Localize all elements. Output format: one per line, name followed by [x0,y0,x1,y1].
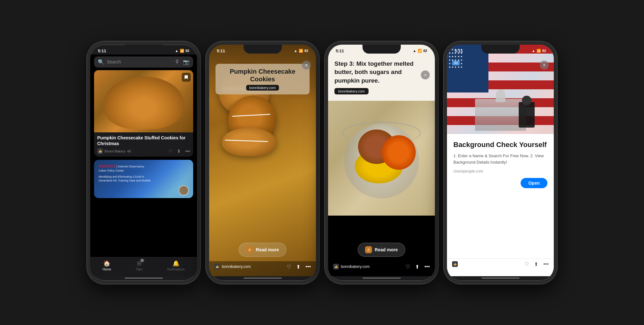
story-actions-right-2: ♡ ⬆ ••• [287,264,311,270]
status-icons-3: ▲ 📶 82 [413,49,427,53]
home-indicator-2 [244,277,282,279]
status-icons-2: ▲ 📶 82 [294,49,308,53]
phone3-main: Step 3: Mix together melted butter, both… [328,55,435,276]
story-action-bar-3: 🥧 bonnibakery.com ♡ ⬆ ••• [328,261,435,276]
wifi-icon-3: 📶 [418,49,422,53]
tab-notifications[interactable]: 🔔 Notifications [167,260,185,271]
mic-icon[interactable]: 🎙 [175,59,180,65]
stanford-face [179,185,189,196]
read-more-button-2[interactable]: 🥧 Read more [239,243,286,257]
signal-icon-1: ▲ [175,49,179,53]
story-source-avatar-2: 🥧 [214,264,220,270]
ad-open-button[interactable]: Open [521,178,547,188]
camera-icon[interactable]: 📷 [183,59,189,65]
status-bar-3: 5:11 ▲ 📶 82 [328,45,435,55]
story-actions-right-3: ♡ ⬆ ••• [406,264,430,270]
status-bar-2: 5:11 ▲ 📶 82 [209,45,316,55]
source-avatar-1: 🥧 [97,148,103,154]
story-action-bar-2: 🥧 bonnibakery.com ♡ ⬆ ••• [209,261,316,276]
battery-4: 82 [542,49,546,53]
feed-item-1-bottom: Pumpkin Cheesecake Stuffed Cookies for C… [94,132,193,157]
phone4-screen: Ad ★ ★ [447,45,554,276]
recipe-step-title: Step 3: Mix together melted butter, both… [334,60,428,85]
search-bar[interactable]: 🔍 Search 🎙 📷 [94,56,193,68]
feed-item-1[interactable]: Pumpkin Cheesecake Stuffed Cookies for C… [94,70,193,157]
time-2: 5:11 [217,48,225,53]
signal-icon-3: ▲ [413,49,416,53]
phone2-main: Pumpkin Cheesecake Cookies bonnibakery.c… [209,45,316,276]
more-icon-story-3[interactable]: ••• [424,264,430,270]
ad-source-info: 🥧 bonnibakery.com [452,261,489,267]
ad-actions-right: ♡ ⬆ ••• [524,261,549,267]
search-placeholder: Search [107,59,172,64]
status-icons-1: ▲ 📶 82 [175,49,189,53]
home-indicator-1 [125,277,163,279]
phone-4: 5:11 ▲ 📶 82 Ad [444,41,557,284]
more-icon-ad[interactable]: ••• [543,261,549,267]
ad-description: 1. Enter a Name & Search For Free Now. 2… [453,153,547,165]
stanford-text: Stanford | Internet ObservatoryCyber Pol… [99,164,151,183]
recipe-top: Step 3: Mix together melted butter, both… [328,55,435,101]
feed-item-2[interactable]: Stanford | Internet ObservatoryCyber Pol… [94,160,193,198]
phone-1: 5:11 ▲ 📶 82 🔍 Search 🎙 📷 [87,41,200,284]
step-label: Step 3 [334,60,353,67]
search-right-icons: 🎙 📷 [175,59,189,65]
story-close-btn-3[interactable]: × [421,70,430,79]
battery-1: 82 [186,49,189,53]
phone1-screen: 🔍 Search 🎙 📷 P [90,55,197,276]
tab-home[interactable]: 🏠 Home [103,260,111,271]
heart-icon-ad[interactable]: ♡ [524,261,529,267]
home-icon: 🏠 [103,260,110,267]
story-bottom-2: 🥧 Read more 🥧 bonnibakery.com ♡ ⬆ ••• [209,243,316,276]
status-bar-4: 5:11 ▲ 📶 82 [447,45,554,55]
pumpkin-visual [382,135,416,170]
share-icon-ad[interactable]: ⬆ [534,261,538,267]
wifi-icon-1: 📶 [180,49,184,53]
stanford-body: Identifying and Eliminating CSAM inGener… [99,175,151,183]
drizzle-4 [224,140,268,142]
search-icon: 🔍 [98,59,104,65]
story-source-2: 🥧 bonnibakery.com [214,264,251,270]
bookmark-icon[interactable] [182,73,191,82]
story-domain: bonnibakery.com [246,85,279,91]
share-icon-story-2[interactable]: ⬆ [296,264,300,270]
home-indicator-4 [481,277,520,279]
story-source-3: 🥧 bonnibakery.com [333,264,370,270]
tab-tabs-badge-container: ⊞ 2 [137,260,142,267]
share-icon-story-3[interactable]: ⬆ [415,264,419,270]
story-close-btn-2[interactable]: × [302,61,311,70]
status-icons-4: ▲ 📶 82 [532,49,546,53]
signal-icon-4: ▲ [532,49,535,53]
heart-icon-1[interactable]: ♡ [168,149,172,154]
ad-domain: checkpeople.com [453,169,547,174]
tab-tabs[interactable]: ⊞ 2 Tabs [136,260,143,271]
figure-dark [519,102,535,128]
close-icon-3: × [424,72,427,78]
recipe-bowl-image [328,101,435,216]
cookie-3 [222,128,276,156]
recipe-domain: bonnibakery.com [334,88,369,94]
phone-3: 5:11 ▲ 📶 82 Step 3: Mix together melted … [325,41,438,284]
feed-actions-1: ♡ ⬆ ••• [168,149,190,154]
ad-image: ★ ★ ★ ★ ★★ ★ ★ ★ ★★ ★ ★ ★ ★★ ★ ★ ★ ★★ ★ … [447,45,554,134]
stanford-image: Stanford | Internet ObservatoryCyber Pol… [94,160,193,198]
heart-icon-story-3[interactable]: ♡ [406,264,410,270]
ad-content: Background Check Yourself 1. Enter a Nam… [447,134,554,183]
read-more-button-3[interactable]: 🥧 Read more [358,243,405,257]
ad-close-btn[interactable]: × [540,61,549,70]
wifi-icon-2: 📶 [299,49,303,53]
phones-container: 5:11 ▲ 📶 82 🔍 Search 🎙 📷 [87,41,557,284]
story-title: Pumpkin Cheesecake Cookies [221,68,304,83]
more-icon-1[interactable]: ••• [185,149,190,154]
signal-icon-2: ▲ [294,49,297,53]
more-icon-story-2[interactable]: ••• [305,264,311,270]
time-4: 5:11 [455,48,463,53]
cookie-image-1 [94,70,193,132]
feed-source-1: 🥧 Bonni Bakery 4d [97,148,131,154]
read-more-avatar-3: 🥧 [365,246,372,253]
home-indicator-3 [362,277,401,279]
close-icon-2: × [305,63,308,68]
share-icon-1[interactable]: ⬆ [177,149,181,154]
close-icon-4: × [543,63,545,68]
heart-icon-story-2[interactable]: ♡ [287,264,291,270]
